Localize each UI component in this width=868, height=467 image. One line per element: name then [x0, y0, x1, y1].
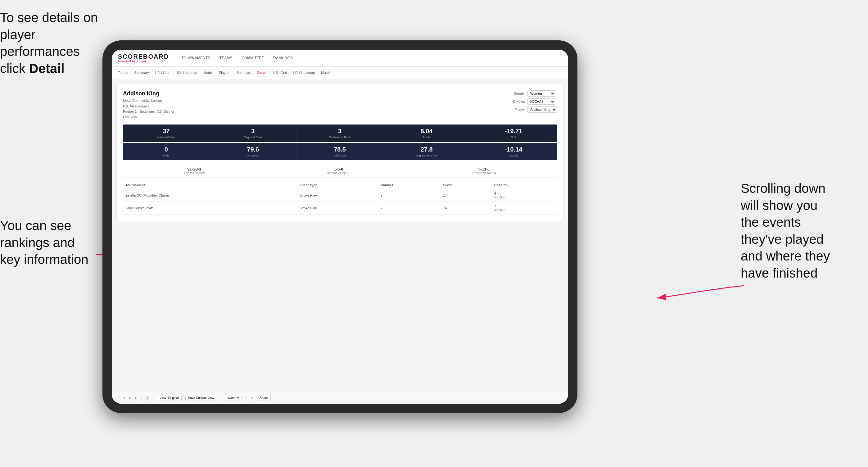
stat-national-rank: 37 National Rank — [123, 125, 210, 142]
record-overall-value: 91-20-1 — [184, 167, 205, 172]
stat-national-rank-value: 37 — [125, 128, 207, 135]
col-score: Score — [440, 181, 492, 189]
player-year: First Year — [123, 115, 174, 120]
stat-avg-score-par-value: 27.8 — [386, 146, 468, 153]
stat-conference-rank-label: Conference Rank — [299, 136, 381, 139]
watch-button[interactable]: Watch ▾ — [225, 395, 242, 401]
row1-tournament: Estella CC- Mountain Classic — [123, 189, 297, 202]
tournament-table: Tournament Event Type Rounds Score Posit… — [123, 181, 557, 215]
sub-nav-matrix2[interactable]: Matrix — [321, 69, 330, 76]
player-filters: Gender Women Division NJCAA I — [508, 90, 557, 120]
stat-regional-rank-label: Regional Rank — [212, 136, 294, 139]
toolbar-clock[interactable]: 🕐 — [145, 396, 149, 400]
sub-nav-teams[interactable]: Teams — [118, 69, 128, 76]
division-label: Division — [508, 100, 525, 103]
division-filter-row: Division NJCAA I — [508, 98, 557, 105]
table-body: Estella CC- Mountain Classic Stroke Play… — [123, 189, 557, 215]
record-overall-label: Overall Record — [184, 172, 205, 175]
sub-nav-players[interactable]: Players — [219, 69, 230, 76]
row2-rounds: 2 — [378, 202, 440, 215]
toolbar-separator3 — [221, 395, 221, 401]
row2-event-type: Stroke Play — [297, 202, 378, 215]
sub-nav-detail[interactable]: Detail — [257, 69, 267, 76]
sub-nav-h2h-heatmap[interactable]: H2H Heatmap — [176, 69, 197, 76]
sub-nav-matrix[interactable]: Matrix — [203, 69, 213, 76]
sub-nav: Teams Summary H2H Grid H2H Heatmap Matri… — [112, 67, 568, 79]
toolbar-icon1[interactable]: ⊕ — [129, 396, 131, 400]
annotation-right-line4: they've played — [741, 232, 824, 247]
toolbar-icon2[interactable]: ⊖ — [135, 396, 137, 400]
row1-rounds: 2 — [378, 189, 440, 202]
record-top50-value: 5-11-1 — [472, 167, 496, 172]
record-overall: 91-20-1 Overall Record — [184, 167, 205, 175]
toolbar-undo[interactable]: ↩ — [116, 396, 119, 400]
stat-points-label: Points — [386, 136, 468, 139]
toolbar-separator2 — [153, 395, 153, 401]
annotation-top-left: To see details on player performances cl… — [0, 9, 105, 77]
annotation-bottom-line2: rankings and — [0, 236, 75, 250]
annotation-right-line3: the events — [741, 215, 801, 229]
stat-conference-rank: 3 Conference Rank — [297, 125, 383, 142]
stats-row-2: 0 Wins 79.6 Avg Score 78.5 Adj Score 27.… — [123, 143, 557, 160]
stat-regional-rank: 3 Regional Rank — [210, 125, 297, 142]
stat-sos: -19.71 SoS — [470, 125, 557, 142]
stat-points-value: 6.04 — [386, 128, 468, 135]
tablet-device: SCOREBOARD Powered by clippd TOURNAMENTS… — [102, 40, 578, 413]
nav-rankings[interactable]: RANKINGS — [273, 55, 293, 61]
toolbar-redo[interactable]: ↪ — [123, 396, 125, 400]
nav-tournaments[interactable]: TOURNAMENTS — [181, 55, 210, 61]
top-nav: SCOREBOARD Powered by clippd TOURNAMENTS… — [112, 50, 568, 67]
annotation-bottom-line1: You can see — [0, 218, 71, 233]
col-position: Position — [492, 181, 557, 189]
player-school: Mesa Community College — [123, 98, 174, 104]
stat-wins: 0 Wins — [123, 143, 210, 160]
player-info: Addison King Mesa Community College NJCA… — [123, 90, 174, 120]
table-row: Estella CC- Mountain Classic Stroke Play… — [123, 189, 557, 202]
record-top50: 5-11-1 Record vs top 50 — [472, 167, 496, 175]
sub-nav-summary[interactable]: Summary — [134, 69, 149, 76]
annotation-bottom-line3: key information — [0, 252, 89, 267]
player-header: Addison King Mesa Community College NJCA… — [123, 90, 557, 120]
sub-nav-summary2[interactable]: Summary — [237, 69, 251, 76]
stat-adj-score-label: Adj Score — [299, 154, 381, 157]
sub-nav-h2h-grid2[interactable]: H2H Grid — [273, 69, 287, 76]
stat-adj-score-value: 78.5 — [299, 146, 381, 153]
col-event-type: Event Type — [297, 181, 378, 189]
annotation-right-line5: and where they — [741, 249, 830, 263]
stat-avg-sg-value: -10.14 — [472, 146, 554, 153]
annotation-right-line6: have finished — [741, 266, 818, 280]
stat-conference-rank-value: 3 — [299, 128, 381, 135]
nav-committee[interactable]: COMMITTEE — [242, 55, 264, 61]
stat-sos-value: -19.71 — [472, 128, 554, 135]
player-label: Player — [508, 108, 525, 112]
row2-position: 7out of 20 — [492, 202, 557, 215]
nav-teams[interactable]: TEAMS — [219, 55, 232, 61]
stat-points: 6.04 Points — [383, 125, 470, 142]
annotation-line1: To see details on — [0, 10, 98, 25]
toolbar-icon3[interactable]: □ — [245, 396, 247, 400]
toolbar-icon4[interactable]: ⊞ — [251, 396, 253, 400]
table-header: Tournament Event Type Rounds Score Posit… — [123, 181, 557, 189]
content-area: Addison King Mesa Community College NJCA… — [112, 79, 568, 392]
toolbar-separator1 — [141, 395, 142, 401]
annotation-line2: player performances — [0, 27, 80, 59]
view-original-button[interactable]: View: Original — [157, 395, 182, 401]
record-top25-label: Record vs top 25 — [327, 172, 350, 175]
player-select[interactable]: Addison King — [527, 106, 557, 113]
annotation-right-line1: Scrolling down — [741, 181, 826, 196]
record-top50-label: Record vs top 50 — [472, 172, 496, 175]
save-custom-view-button[interactable]: Save Custom View — [185, 395, 217, 401]
share-button[interactable]: Share — [257, 395, 271, 401]
stat-avg-sg: -10.14 Avg SG — [470, 143, 557, 160]
sub-nav-h2h-grid[interactable]: H2H Grid — [155, 69, 169, 76]
gender-label: Gender — [508, 92, 525, 95]
sub-nav-h2h-heatmap2[interactable]: H2H Heatmap — [293, 69, 315, 76]
stat-wins-value: 0 — [125, 146, 207, 153]
row1-score: 17 — [440, 189, 492, 202]
gender-select[interactable]: Women — [527, 90, 555, 97]
records-row: 91-20-1 Overall Record 1-5-0 Record vs t… — [123, 164, 557, 178]
nav-items: TOURNAMENTS TEAMS COMMITTEE RANKINGS — [181, 55, 292, 61]
division-select[interactable]: NJCAA I — [527, 98, 555, 105]
annotation-right: Scrolling down will show you the events … — [741, 180, 859, 282]
row2-score: 16 — [440, 202, 492, 215]
